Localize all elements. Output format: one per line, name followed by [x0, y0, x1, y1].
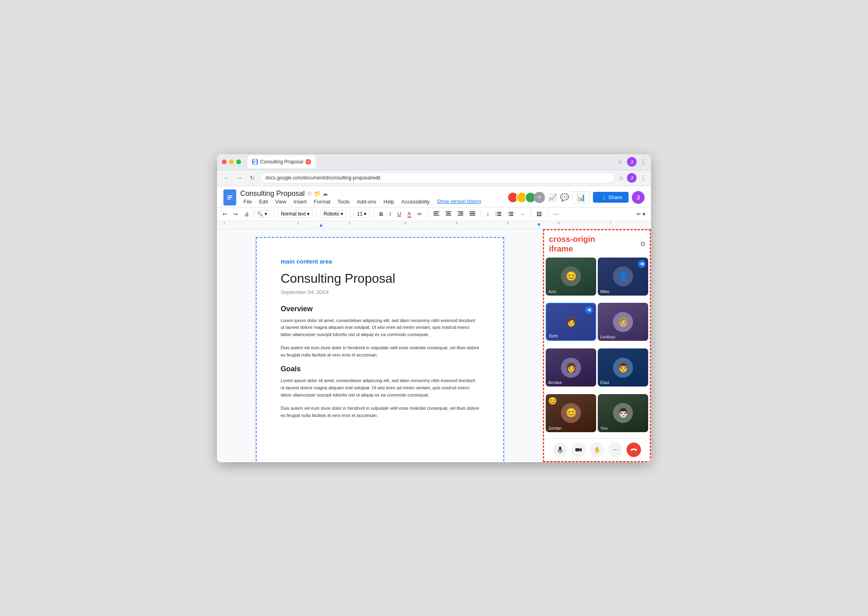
- minimize-traffic-light[interactable]: [229, 159, 234, 164]
- menu-accessibility[interactable]: Accessibility: [398, 198, 433, 205]
- menu-addons[interactable]: Add-ons: [354, 198, 379, 205]
- participants-grid: 😊 Aziz 👤 Mike: [544, 258, 650, 438]
- menu-insert[interactable]: Insert: [290, 198, 310, 205]
- svg-rect-23: [497, 213, 501, 214]
- svg-marker-43: [580, 448, 582, 452]
- bookmark-icon[interactable]: ☆: [618, 174, 624, 182]
- favorite-icon[interactable]: ☆: [307, 190, 312, 197]
- justify-button[interactable]: [467, 210, 478, 218]
- extensions-icon[interactable]: ⋮: [640, 174, 646, 182]
- jordan-emoji: 😊: [548, 397, 557, 405]
- redo-button[interactable]: ↪: [231, 209, 240, 219]
- svg-rect-42: [575, 448, 580, 451]
- participant-tile-you: 👨🏻 You: [598, 394, 648, 432]
- print-button[interactable]: 🖨: [242, 209, 252, 219]
- browser-nav: ← → ↻ ☆ J ⋮: [217, 170, 651, 186]
- toolbar-sep-4: [373, 210, 374, 218]
- analytics-button[interactable]: 📈: [548, 193, 557, 202]
- docs-editor-area[interactable]: main content area Consulting Proposal Se…: [217, 229, 543, 462]
- svg-rect-34: [641, 263, 641, 265]
- meet-expand-button[interactable]: ⧉: [641, 240, 645, 248]
- text-style-chevron: ▾: [307, 211, 309, 217]
- comments-button[interactable]: 💬: [560, 193, 569, 202]
- font-dropdown[interactable]: Roboto ▾: [320, 210, 347, 218]
- tab-close-button[interactable]: ×: [305, 159, 311, 165]
- zoom-icon: 🔍: [257, 211, 263, 217]
- text-style-dropdown[interactable]: Normal text ▾: [277, 210, 313, 218]
- line-spacing-button[interactable]: ↕: [484, 209, 492, 219]
- browser-menu-icon[interactable]: ⋮: [640, 158, 646, 166]
- address-bar[interactable]: [260, 172, 615, 183]
- presentation-button[interactable]: 📊: [572, 191, 590, 204]
- back-button[interactable]: ←: [222, 173, 231, 183]
- underline-button[interactable]: U: [395, 209, 403, 219]
- end-call-button[interactable]: [627, 443, 641, 457]
- edit-pen-button[interactable]: ✏ ▾: [634, 209, 648, 219]
- browser-tab[interactable]: Consulting Proposal ×: [247, 155, 316, 168]
- star-icon[interactable]: ☆: [617, 159, 624, 165]
- user-avatar[interactable]: J: [632, 191, 645, 204]
- participant-name-mike: Mike: [600, 289, 609, 294]
- zoom-chevron: ▾: [265, 211, 267, 217]
- svg-rect-15: [459, 213, 463, 214]
- align-center-button[interactable]: [443, 210, 454, 218]
- participant-name-elad: Elad: [600, 380, 609, 385]
- cloud-save-icon[interactable]: ☁: [322, 190, 328, 197]
- forward-button[interactable]: →: [235, 173, 244, 183]
- meet-sidebar: cross-originiframe ⧉ 😊 Aziz 👤: [543, 229, 651, 462]
- svg-text:3.: 3.: [508, 214, 509, 216]
- svg-point-24: [496, 215, 496, 216]
- highlight-button[interactable]: ✏: [415, 209, 424, 219]
- image-button[interactable]: 🖼: [534, 209, 544, 219]
- participant-tile-aziz: 😊 Aziz: [546, 258, 596, 296]
- bold-button[interactable]: B: [377, 209, 385, 219]
- menu-edit[interactable]: Edit: [256, 198, 271, 205]
- docs-title-left: Consulting Proposal ☆ 📁 ☁ File Edit View: [223, 189, 484, 205]
- docs-header: Consulting Proposal ☆ 📁 ☁ File Edit View: [217, 186, 651, 207]
- docs-title-row: Consulting Proposal ☆ 📁 ☁ File Edit View: [223, 189, 645, 205]
- close-traffic-light[interactable]: [222, 159, 227, 164]
- align-left-button[interactable]: [431, 210, 442, 218]
- toolbar-sep-1: [274, 210, 274, 218]
- mic-button[interactable]: [553, 443, 567, 457]
- participant-name-aziz: Aziz: [548, 289, 557, 294]
- raise-hand-button[interactable]: ✋: [590, 443, 604, 457]
- svg-rect-13: [446, 215, 451, 215]
- menu-file[interactable]: File: [240, 198, 255, 205]
- section2-title: Goals: [281, 365, 479, 373]
- more-options-button[interactable]: ⋯: [551, 209, 561, 219]
- text-color-button[interactable]: A: [405, 209, 414, 219]
- docs-menu-bar: File Edit View Insert Format Tools Add-o…: [240, 198, 484, 205]
- font-size-dropdown[interactable]: 11 ▾: [354, 210, 370, 218]
- menu-view[interactable]: View: [272, 198, 289, 205]
- refresh-button[interactable]: ↻: [247, 173, 257, 183]
- profile-avatar[interactable]: J: [627, 157, 637, 167]
- text-color-icon: A: [408, 211, 411, 217]
- indent-button[interactable]: →: [517, 209, 527, 219]
- collab-avatar-settings[interactable]: ⚙: [534, 192, 545, 203]
- more-options-meet-button[interactable]: ⋯: [608, 443, 623, 457]
- participant-tile-elad: 👨 Elad: [598, 348, 648, 387]
- svg-point-20: [496, 212, 496, 213]
- folder-icon[interactable]: 📁: [314, 190, 321, 197]
- menu-tools[interactable]: Tools: [334, 198, 353, 205]
- tab-bar: Consulting Proposal ×: [247, 155, 614, 168]
- document-title-text: Consulting Proposal: [240, 189, 305, 198]
- meet-controls: ✋ ⋯: [544, 438, 650, 461]
- align-right-button[interactable]: [455, 210, 466, 218]
- svg-rect-21: [497, 212, 501, 213]
- svg-rect-18: [470, 213, 475, 214]
- numbered-list-button[interactable]: 1.2.3.: [505, 210, 516, 218]
- menu-format[interactable]: Format: [311, 198, 334, 205]
- version-history-link[interactable]: Show version history: [434, 198, 484, 205]
- undo-button[interactable]: ↩: [220, 209, 229, 219]
- nav-avatar[interactable]: J: [627, 173, 637, 183]
- italic-button[interactable]: I: [387, 209, 394, 219]
- zoom-dropdown[interactable]: 🔍 ▾: [253, 210, 271, 218]
- menu-help[interactable]: Help: [380, 198, 398, 205]
- camera-button[interactable]: [571, 443, 586, 457]
- share-button[interactable]: 👥 Share: [593, 192, 629, 203]
- maximize-traffic-light[interactable]: [236, 159, 241, 164]
- main-content-area-label: main content area: [281, 258, 479, 265]
- bullet-list-button[interactable]: [493, 210, 504, 218]
